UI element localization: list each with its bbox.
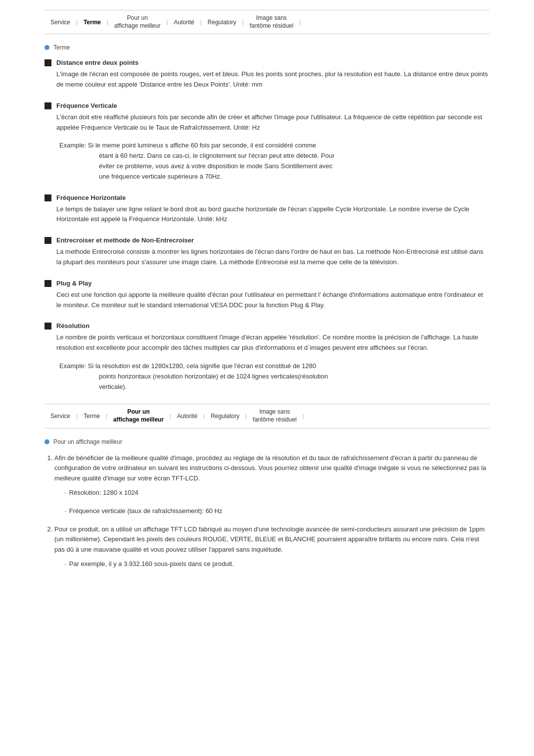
- nav-regulatory-1[interactable]: Regulatory: [202, 19, 242, 26]
- topic-frequence-h-content: Fréquence Horizontale Le temps de balaye…: [56, 194, 490, 225]
- example-resolution-indent: points horizontaux (resolution horizonta…: [99, 372, 490, 392]
- topic-resolution-title: Résolution: [56, 322, 490, 330]
- example-frequence-v-indent: étant à 60 hertz. Dans ce cas-ci, le cli…: [99, 151, 490, 182]
- topic-entrecroiser: Entrecroiser et methode de Non-Entrecroi…: [44, 236, 490, 268]
- bullet-entrecroiser: [44, 237, 51, 244]
- topic-resolution: Résolution Le nombre de points verticaux…: [44, 322, 490, 392]
- topic-entrecroiser-content: Entrecroiser et methode de Non-Entrecroi…: [56, 236, 490, 268]
- topic-frequence-v: Fréquence Verticale L'écran doit etre ré…: [44, 102, 490, 182]
- bullet-frequence-v: [44, 102, 51, 109]
- blue-dot-1: [44, 45, 49, 50]
- section2-item-2-text: Pour ce produit, on a utilisé un afficha…: [54, 525, 485, 554]
- section2-item-1: Afin de bénéficier de la meilleure quali…: [54, 453, 490, 517]
- topic-entrecroiser-body: La methode Entrecroisé consiste à montre…: [56, 247, 490, 268]
- section2-sub-2a: Par exemple, il y a 3.932.160 sous-pixel…: [64, 559, 490, 569]
- section2-header: Pour un affichage meilleur: [44, 438, 490, 445]
- bullet-frequence-h: [44, 194, 51, 201]
- topic-distance: Distance entre deux points L'image de l'…: [44, 59, 490, 90]
- example-frequence-v: Example: Si le meme point lumineux s aff…: [59, 141, 490, 182]
- section2-sub-1b: Fréquence verticale (taux de rafraîchiss…: [64, 506, 490, 517]
- section2-sublist-1: Résolution: 1280 x 1024 Fréquence vertic…: [64, 488, 490, 517]
- topic-frequence-h-title: Fréquence Horizontale: [56, 194, 490, 201]
- section2-item-2: Pour ce produit, on a utilisé un afficha…: [54, 524, 490, 569]
- nav-pour-un-2[interactable]: Pour un affichage meilleur: [107, 408, 170, 424]
- topic-plug-play-body: Ceci est une fonction qui apporte la mei…: [56, 290, 490, 311]
- bullet-distance: [44, 59, 51, 66]
- section1-header: Terme: [44, 44, 490, 51]
- nav-pour-un-1[interactable]: Pour un affichage meilleur: [108, 14, 167, 30]
- topic-resolution-body: Le nombre de points verticaux et horizon…: [56, 332, 490, 353]
- nav-bar-1: Service | Terme | Pour un affichage meil…: [44, 10, 490, 34]
- nav-bar-2: Service | Terme | Pour un affichage meil…: [44, 404, 490, 428]
- section2-list: Afin de bénéficier de la meilleure quali…: [54, 453, 490, 569]
- topic-distance-body: L'image de l'écran est composée de point…: [56, 69, 490, 90]
- section1-label: Terme: [53, 44, 70, 51]
- example-resolution: Example: Si la résolution est de 1280x12…: [59, 361, 490, 392]
- blue-dot-2: [44, 439, 49, 444]
- nav-terme-1[interactable]: Terme: [78, 19, 107, 26]
- nav-sep-1f: |: [299, 19, 301, 25]
- topic-frequence-h: Fréquence Horizontale Le temps de balaye…: [44, 194, 490, 225]
- bullet-resolution: [44, 323, 51, 330]
- section2-sub-1a: Résolution: 1280 x 1024: [64, 488, 490, 498]
- section2-sublist-2: Par exemple, il y a 3.932.160 sous-pixel…: [64, 559, 490, 569]
- topic-plug-play-content: Plug & Play Ceci est une fonction qui ap…: [56, 280, 490, 311]
- topic-frequence-v-content: Fréquence Verticale L'écran doit etre ré…: [56, 102, 490, 133]
- nav-sep-2f: |: [303, 413, 304, 419]
- nav-autorite-2[interactable]: Autorité: [171, 413, 203, 420]
- nav-service-1[interactable]: Service: [44, 19, 76, 26]
- nav-autorite-1[interactable]: Autorité: [168, 19, 200, 26]
- section2-item-1-text: Afin de bénéficier de la meilleure quali…: [54, 454, 486, 482]
- nav-image-sans-2[interactable]: Image sans fantôme résiduel: [247, 408, 303, 424]
- nav-image-sans-1[interactable]: Image sans fantôme résiduel: [244, 14, 300, 30]
- topic-frequence-v-body: L'écran doit etre réaffiché plusieurs fo…: [56, 112, 490, 133]
- nav-regulatory-2[interactable]: Regulatory: [205, 413, 245, 420]
- topic-plug-play-title: Plug & Play: [56, 280, 490, 287]
- section2-label: Pour un affichage meilleur: [53, 438, 122, 445]
- topic-distance-title: Distance entre deux points: [56, 59, 490, 66]
- nav-service-2[interactable]: Service: [44, 413, 76, 420]
- topic-frequence-v-title: Fréquence Verticale: [56, 102, 490, 109]
- topic-distance-content: Distance entre deux points L'image de l'…: [56, 59, 490, 90]
- topic-resolution-content: Résolution Le nombre de points verticaux…: [56, 322, 490, 353]
- topic-plug-play: Plug & Play Ceci est une fonction qui ap…: [44, 280, 490, 311]
- topic-entrecroiser-title: Entrecroiser et methode de Non-Entrecroi…: [56, 236, 490, 244]
- nav-terme-2[interactable]: Terme: [78, 413, 106, 420]
- topic-frequence-h-body: Le temps de balayer une ligne reliant le…: [56, 204, 490, 225]
- bullet-plug-play: [44, 280, 51, 287]
